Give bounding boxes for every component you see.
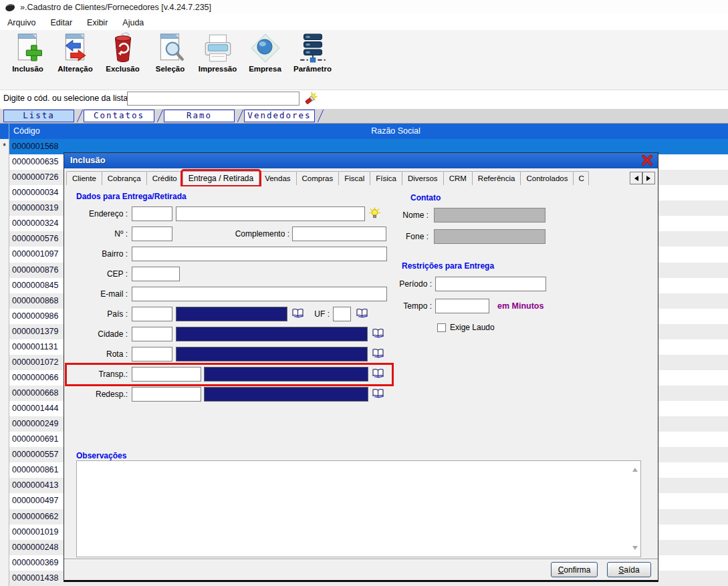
- dialog-tab-crm[interactable]: CRM: [443, 171, 473, 185]
- code-cell: 0000000319: [9, 200, 64, 216]
- toolbar-button-parametro[interactable]: Parâmetro: [289, 30, 336, 90]
- dialog-tab-fiscal[interactable]: Fiscal: [338, 171, 370, 185]
- transp-book-icon[interactable]: [372, 368, 385, 380]
- dialog-tab-vendas[interactable]: Vendas: [259, 171, 296, 185]
- scroll-up-icon[interactable]: [632, 465, 638, 472]
- endereco-desc-input[interactable]: [176, 206, 365, 221]
- uf-input[interactable]: [333, 307, 351, 321]
- rota-code-input[interactable]: [132, 347, 172, 361]
- saida-button[interactable]: Saída: [607, 562, 651, 577]
- periodo-input[interactable]: [435, 277, 546, 291]
- field-label-cep: CEP :: [64, 267, 128, 281]
- field-label-complemento: Complemento :: [217, 227, 289, 241]
- cidade-book-icon[interactable]: [372, 328, 385, 340]
- menu-item-exibir[interactable]: Exibir: [80, 18, 115, 27]
- field-label-redesp: Redesp.:: [64, 387, 128, 402]
- dialog-tab-fisica[interactable]: Física: [370, 171, 402, 185]
- observacoes-textarea[interactable]: [77, 461, 630, 557]
- view-tab-vendedores[interactable]: Vendedores: [244, 110, 315, 122]
- section-heading-entrega: Dados para Entrega/Retirada: [76, 192, 187, 201]
- row-marker-gutter: [0, 154, 9, 170]
- dialog-tab-compras[interactable]: Compras: [296, 171, 340, 185]
- view-tab-contatos[interactable]: Contatos: [84, 110, 154, 122]
- right-triangle-icon: [646, 176, 653, 181]
- rota-book-icon[interactable]: [372, 348, 385, 360]
- code-cell: 0000000668: [9, 386, 64, 401]
- code-cell: 0000000868: [9, 293, 64, 309]
- menu-item-ajuda[interactable]: Ajuda: [115, 18, 151, 27]
- toolbar-button-inclusao[interactable]: Inclusão: [4, 30, 51, 90]
- cep-input[interactable]: [132, 267, 180, 281]
- row-marker-gutter: [0, 278, 9, 293]
- code-cell: 0000001379: [9, 324, 64, 339]
- toolbar-button-exclusao[interactable]: Exclusão: [99, 30, 146, 90]
- dialog-body: Dados para Entrega/Retirada Endereço : N…: [64, 186, 658, 562]
- toolbar-button-impressao[interactable]: Impressão: [194, 30, 241, 90]
- row-marker-gutter: [0, 432, 9, 447]
- tab-scroll-right-icon[interactable]: [642, 172, 655, 184]
- row-marker-gutter: [0, 416, 9, 432]
- code-cell: 0000000662: [9, 509, 64, 525]
- exige-laudo-checkbox[interactable]: [437, 323, 446, 332]
- row-marker-gutter: [0, 293, 9, 309]
- dialog-tab-diversos[interactable]: Diversos: [402, 171, 444, 185]
- bairro-input[interactable]: [132, 247, 387, 261]
- code-cell: 0000000557: [9, 447, 64, 462]
- tab-scroll-left-icon[interactable]: [630, 172, 642, 184]
- row-marker-gutter: [0, 447, 9, 462]
- numero-input[interactable]: [132, 227, 172, 241]
- tempo-input[interactable]: [435, 299, 489, 313]
- pais-code-input[interactable]: [132, 307, 172, 321]
- code-cell: 0000000249: [9, 416, 64, 432]
- toolbar: InclusãoAlteraçãoExclusãoSeleçãoImpressã…: [0, 30, 728, 90]
- flashlight-icon[interactable]: [304, 92, 318, 105]
- confirma-button[interactable]: Confirma: [551, 562, 598, 577]
- row-marker-gutter: [0, 309, 9, 324]
- code-cell: 0000001097: [9, 247, 64, 262]
- redesp-desc-field: [204, 387, 368, 402]
- field-label-numero: Nº :: [64, 227, 128, 241]
- dialog-title-bar: Inclusão: [64, 153, 658, 168]
- email-input[interactable]: [132, 287, 387, 301]
- field-label-pais: País :: [64, 307, 128, 321]
- code-cell: 0000000369: [9, 555, 64, 571]
- dialog-tab-cliente[interactable]: Cliente: [66, 171, 102, 185]
- dialog-tab-controlados[interactable]: Controlados: [520, 171, 574, 185]
- section-heading-contato: Contato: [410, 193, 441, 202]
- toolbar-button-alteracao[interactable]: Alteração: [51, 30, 99, 90]
- uf-book-icon[interactable]: [356, 308, 369, 320]
- redesp-book-icon[interactable]: [372, 388, 385, 400]
- view-tab-lista[interactable]: Lista: [3, 110, 74, 122]
- cidade-code-input[interactable]: [132, 327, 172, 341]
- scroll-down-icon[interactable]: [632, 546, 638, 553]
- code-cell: 0000001444: [9, 401, 64, 416]
- redesp-code-input[interactable]: [132, 387, 201, 402]
- dialog-tab-referencia[interactable]: Referência: [472, 171, 521, 185]
- field-label-rota: Rota :: [64, 347, 128, 361]
- dialog-tab-cobranca[interactable]: Cobrança: [102, 171, 147, 185]
- toolbar-button-selecao[interactable]: Seleção: [146, 30, 194, 90]
- search-input[interactable]: [127, 92, 299, 106]
- menu-item-editar[interactable]: Editar: [43, 18, 80, 27]
- toolbar-label: Parâmetro: [293, 65, 332, 73]
- menu-item-arquivo[interactable]: Arquivo: [0, 18, 43, 27]
- dialog-tab-entrega-retirada[interactable]: Entrega / Retirada: [183, 171, 259, 185]
- view-tab-ramo[interactable]: Ramo: [164, 110, 235, 122]
- toolbar-button-empresa[interactable]: Empresa: [241, 30, 289, 90]
- complemento-input[interactable]: [292, 227, 386, 241]
- code-cell: 0000000845: [9, 278, 64, 293]
- saida-rest: aída: [624, 565, 639, 575]
- toolbar-label: Seleção: [156, 65, 185, 73]
- dialog-tab-credito[interactable]: Crédito: [146, 171, 183, 185]
- field-label-periodo: Período :: [387, 277, 432, 291]
- endereco-code-input[interactable]: [132, 206, 172, 221]
- field-label-tempo: Tempo :: [387, 299, 432, 313]
- row-marker-gutter: [0, 401, 9, 416]
- field-label-email: E-mail :: [64, 287, 128, 301]
- close-x-icon[interactable]: [640, 155, 654, 166]
- title-bar: ».Cadastro de Clientes/Fornecedores [v.4…: [0, 0, 728, 15]
- transp-code-input[interactable]: [132, 367, 201, 382]
- toolbar-label: Empresa: [249, 65, 281, 73]
- dialog-tab-c[interactable]: C: [573, 171, 589, 185]
- lightbulb-icon[interactable]: [368, 207, 381, 220]
